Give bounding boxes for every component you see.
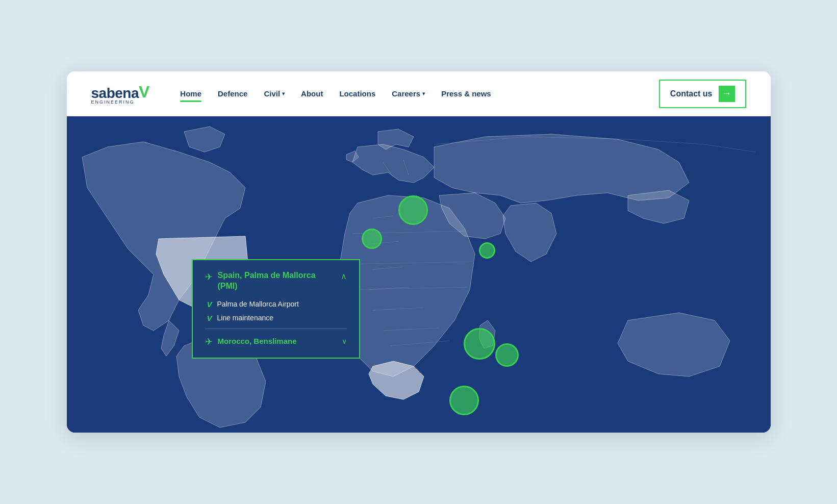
world-map xyxy=(67,116,771,433)
map-section: ✈ Spain, Palma de Mallorca (PMI) ∧ V Pal… xyxy=(67,116,771,433)
nav-item-careers[interactable]: Careers ▾ xyxy=(392,87,425,100)
main-nav: Home Defence Civil ▾ About Locations Car… xyxy=(180,87,658,100)
logo-v-letter: V xyxy=(139,83,149,102)
location-dot-africa-central[interactable] xyxy=(464,328,495,360)
location-dot-africa-south[interactable] xyxy=(449,386,479,415)
popup-collapse-chevron-icon[interactable]: ∨ xyxy=(342,337,347,345)
location-dot-middle-east[interactable] xyxy=(479,242,495,259)
logo[interactable]: sabena V ENGINEERING xyxy=(91,83,150,105)
nav-item-home[interactable]: Home xyxy=(180,87,201,100)
popup-sub-text-1: Palma de Mallorca Airport xyxy=(217,300,299,308)
browser-window: sabena V ENGINEERING Home Defence Civil … xyxy=(67,71,771,433)
nav-item-civil[interactable]: Civil ▾ xyxy=(264,87,285,100)
popup-secondary-plane-icon: ✈ xyxy=(205,336,213,347)
popup-secondary-left: ✈ Morocco, Benslimane xyxy=(205,335,297,347)
location-popup: ✈ Spain, Palma de Mallorca (PMI) ∧ V Pal… xyxy=(192,259,360,359)
contact-button-arrow-icon: → xyxy=(719,86,735,102)
site-header: sabena V ENGINEERING Home Defence Civil … xyxy=(67,71,771,116)
nav-item-defence[interactable]: Defence xyxy=(218,87,247,100)
contact-button[interactable]: Contact us → xyxy=(659,80,746,108)
nav-item-about[interactable]: About xyxy=(301,87,323,100)
logo-subtitle: ENGINEERING xyxy=(91,99,150,105)
popup-plane-icon: ✈ xyxy=(205,271,213,283)
popup-primary-row: ✈ Spain, Palma de Mallorca (PMI) ∧ xyxy=(205,270,347,292)
popup-v-mark-icon-2: V xyxy=(207,314,212,322)
popup-sub-item-2: V Line maintenance xyxy=(205,314,347,322)
popup-sub-text-2: Line maintenance xyxy=(217,314,274,322)
popup-expand-chevron-icon[interactable]: ∧ xyxy=(341,271,347,281)
location-dot-europe-main[interactable] xyxy=(398,195,428,225)
nav-item-locations[interactable]: Locations xyxy=(339,87,375,100)
contact-button-label: Contact us xyxy=(670,89,713,98)
popup-primary-left: ✈ Spain, Palma de Mallorca (PMI) xyxy=(205,270,316,292)
popup-secondary-row: ✈ Morocco, Benslimane ∨ xyxy=(205,335,347,347)
civil-chevron-icon: ▾ xyxy=(282,91,285,96)
location-dot-europe-small[interactable] xyxy=(362,229,382,249)
careers-chevron-icon: ▾ xyxy=(422,91,425,96)
popup-primary-name-line1: Spain, Palma de Mallorca xyxy=(218,270,316,281)
popup-sub-item-1: V Palma de Mallorca Airport xyxy=(205,300,347,309)
nav-item-press[interactable]: Press & news xyxy=(441,87,491,100)
popup-v-mark-icon-1: V xyxy=(207,300,212,309)
popup-divider xyxy=(205,329,347,329)
popup-primary-name-line2: (PMI) xyxy=(218,281,316,292)
popup-secondary-name: Morocco, Benslimane xyxy=(218,337,297,345)
location-dot-africa-east[interactable] xyxy=(495,343,519,367)
